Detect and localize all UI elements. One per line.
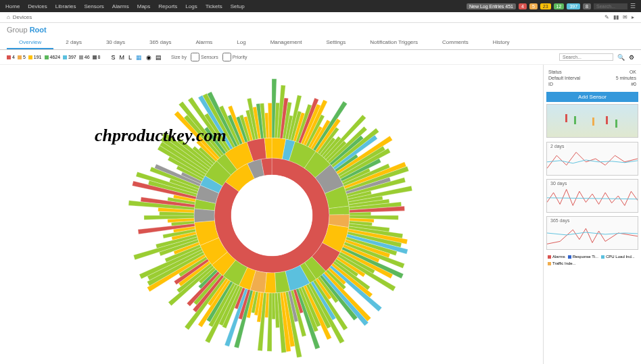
title-root[interactable]: Root — [30, 26, 47, 34]
chart-label-2d: 2 days — [549, 144, 566, 149]
global-search-input[interactable] — [594, 3, 627, 9]
add-sensor-button[interactable]: Add Sensor — [546, 92, 638, 102]
tab-label: History — [493, 39, 510, 45]
status-value: OK — [630, 70, 636, 74]
view-treemap-icon[interactable]: ▤ — [156, 54, 162, 61]
gear-icon[interactable]: ⚙ — [629, 54, 634, 61]
status-badge-orange[interactable]: 5 — [529, 3, 538, 9]
id-label: ID — [548, 82, 553, 86]
status-badge-yellow[interactable]: 23 — [540, 3, 551, 9]
info-panel: StatusOK Default Interval5 minutes ID#0 — [546, 68, 638, 90]
priority-cb-label: Priority — [233, 55, 247, 59]
tab-30days[interactable]: 30 days — [94, 36, 137, 49]
sunburst-chart[interactable] — [123, 67, 421, 364]
main-area: chproductkey.com StatusOK Default Interv… — [0, 65, 641, 364]
view-l-icon[interactable]: L — [128, 54, 132, 61]
chart-30days[interactable]: 30 days — [546, 179, 638, 213]
menu-icon[interactable]: ☰ — [630, 3, 636, 9]
nav-tickets[interactable]: Tickets — [206, 3, 222, 9]
top-navbar: Home Devices Libraries Sensors Alarms Ma… — [0, 0, 641, 12]
tab-alarms[interactable]: Alarms — [183, 36, 224, 49]
size-by-label: Size by — [171, 55, 187, 59]
sensors-checkbox[interactable]: Sensors — [191, 53, 218, 61]
svg-point-0 — [231, 175, 312, 256]
nav-alarms[interactable]: Alarms — [112, 3, 129, 9]
view-sunburst-icon[interactable]: ◉ — [146, 54, 151, 61]
tab-history[interactable]: History — [481, 36, 522, 49]
count-orange: 5 — [23, 55, 26, 59]
new-log-badge[interactable]: New Log Entries 451 — [467, 3, 516, 9]
tab-label: 2 days — [66, 39, 82, 45]
interval-value: 5 minutes — [616, 76, 636, 80]
tab-label: Management — [270, 39, 302, 45]
tab-label: Comments — [442, 39, 469, 45]
topbar-status: New Log Entries 451 4 5 23 12 397 8 ☰ — [467, 3, 636, 9]
tab-notifications[interactable]: Notification Triggers — [358, 36, 430, 49]
status-badge-gray[interactable]: 8 — [583, 3, 591, 9]
nav-libraries[interactable]: Libraries — [55, 3, 76, 9]
status-counts: 4 5 191 4624 397 46 8 — [7, 55, 100, 59]
sensors-cb-label: Sensors — [201, 55, 218, 59]
chart-label-365d: 365 days — [549, 218, 571, 223]
nav-links: Home Devices Libraries Sensors Alarms Ma… — [5, 3, 245, 9]
tab-label: Notification Triggers — [370, 39, 418, 45]
nav-logs[interactable]: Logs — [185, 3, 197, 9]
status-badge-green[interactable]: 12 — [554, 3, 565, 9]
sidebar: StatusOK Default Interval5 minutes ID#0 … — [543, 65, 641, 364]
interval-label: Default Interval — [548, 76, 580, 80]
search-input[interactable] — [559, 53, 613, 61]
legend-response: Response Ti... — [573, 255, 598, 259]
nav-setup[interactable]: Setup — [231, 3, 245, 9]
priority-checkbox[interactable]: Priority — [222, 53, 247, 61]
breadcrumb-bar: ⌂ Devices ✎ ▮▮ ✉ ▸ — [0, 12, 641, 23]
tab-bar: Overview 2 days 30 days 365 days Alarms … — [0, 36, 641, 50]
toolbar: 4 5 191 4624 397 46 8 S M L ▦ ◉ ▤ Size b… — [0, 50, 641, 65]
tab-comments[interactable]: Comments — [430, 36, 481, 49]
pause-icon[interactable]: ▮▮ — [613, 14, 619, 20]
tab-label: 30 days — [106, 39, 125, 45]
nav-reports[interactable]: Reports — [158, 3, 177, 9]
breadcrumb-home-icon[interactable]: ⌂ — [7, 14, 10, 20]
tab-2days[interactable]: 2 days — [53, 36, 94, 49]
page-title: Group Root — [0, 23, 641, 36]
watermark-text: chproductkey.com — [95, 126, 227, 146]
status-badge-blue[interactable]: 397 — [567, 3, 580, 9]
view-m-icon[interactable]: M — [119, 54, 124, 61]
mini-map[interactable] — [546, 104, 638, 138]
nav-devices[interactable]: Devices — [28, 3, 47, 9]
title-group: Group — [7, 26, 28, 34]
status-label: Status — [548, 70, 562, 74]
breadcrumb-path[interactable]: Devices — [13, 14, 32, 20]
tab-label: Log — [237, 39, 245, 45]
legend-cpu: CPU Load Ind... — [606, 255, 635, 259]
legend-alarms: Alarms — [552, 255, 565, 259]
count-blue: 397 — [68, 55, 76, 59]
count-red: 4 — [12, 55, 15, 59]
tab-label: Alarms — [195, 39, 212, 45]
id-value: #0 — [631, 82, 636, 86]
count-yellow: 191 — [34, 55, 42, 59]
edit-icon[interactable]: ✎ — [604, 14, 609, 20]
nav-sensors[interactable]: Sensors — [84, 3, 103, 9]
content-area: chproductkey.com — [0, 65, 543, 364]
count-gray: 46 — [85, 55, 90, 59]
chart-365days[interactable]: 365 days — [546, 216, 638, 250]
email-icon[interactable]: ✉ — [623, 14, 627, 20]
view-grid-icon[interactable]: ▦ — [136, 54, 142, 61]
nav-maps[interactable]: Maps — [137, 3, 151, 9]
count-green: 4624 — [50, 55, 61, 59]
tab-365days[interactable]: 365 days — [137, 36, 183, 49]
tab-management[interactable]: Management — [258, 36, 314, 49]
tab-log[interactable]: Log — [224, 36, 258, 49]
view-s-icon[interactable]: S — [111, 54, 115, 61]
status-badge-red[interactable]: 4 — [519, 3, 527, 9]
search-icon[interactable]: 🔍 — [617, 54, 625, 61]
nav-home[interactable]: Home — [5, 3, 20, 9]
tab-overview[interactable]: Overview — [7, 36, 53, 49]
chart-label-30d: 30 days — [549, 181, 569, 186]
tab-label: Settings — [326, 39, 346, 45]
chart-2days[interactable]: 2 days — [546, 142, 638, 176]
legend: Alarms Response Ti... CPU Load Ind... Tr… — [546, 253, 638, 267]
tab-settings[interactable]: Settings — [314, 36, 358, 49]
arrow-icon[interactable]: ▸ — [632, 14, 634, 20]
